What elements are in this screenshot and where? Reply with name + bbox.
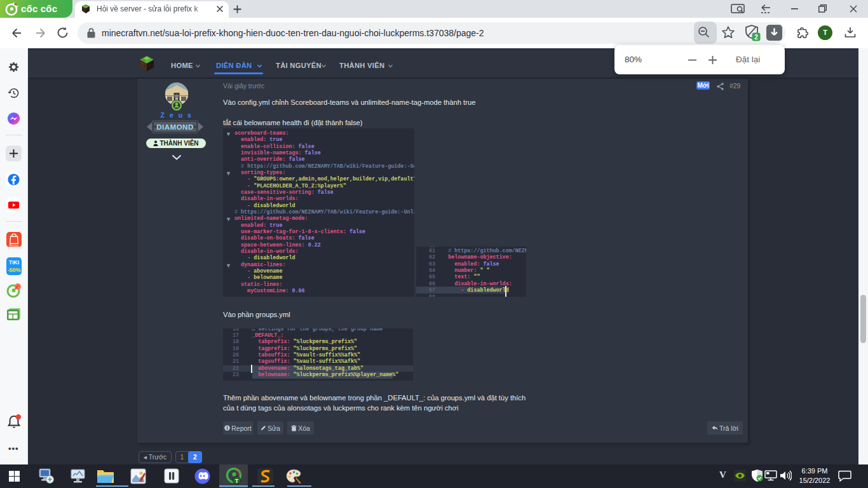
svg-text:DIAMOND: DIAMOND <box>156 123 193 131</box>
svg-text:TIKI: TIKI <box>9 259 19 266</box>
svg-text:Shopee: Shopee <box>9 245 19 248</box>
svg-text:2: 2 <box>754 34 758 41</box>
svg-text:T: T <box>235 478 239 484</box>
svg-text:-50%: -50% <box>7 267 20 273</box>
